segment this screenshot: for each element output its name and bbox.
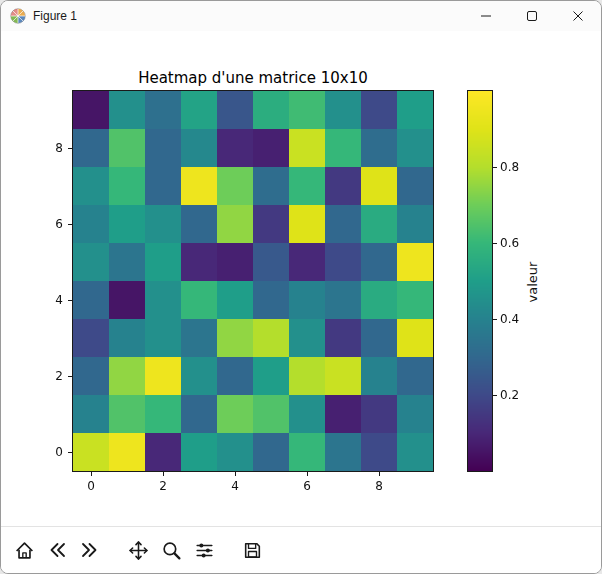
y-tick-mark (68, 376, 72, 377)
zoom-icon (161, 540, 182, 561)
colorbar-tick-label: 0.8 (500, 160, 530, 174)
matplotlib-logo-icon (10, 8, 26, 24)
window-titlebar[interactable]: Figure 1 (1, 1, 601, 31)
pan-icon (128, 540, 149, 561)
plot-title: Heatmap d'une matrice 10x10 (73, 69, 433, 87)
figure-toolbar (1, 526, 601, 573)
figure-window: Figure 1 Heatmap d'une matrice 10x10 val… (0, 0, 602, 574)
y-tick-label: 2 (31, 369, 63, 383)
x-tick-mark (307, 472, 308, 476)
colorbar-tick-label: 0.2 (500, 388, 530, 402)
x-tick-mark (91, 472, 92, 476)
close-icon (573, 11, 583, 21)
colorbar-canvas (468, 91, 492, 471)
y-tick-label: 4 (31, 293, 63, 307)
x-tick-mark (235, 472, 236, 476)
configure-subplots-button[interactable] (189, 535, 219, 565)
x-tick-label: 0 (79, 479, 103, 493)
pan-button[interactable] (123, 535, 153, 565)
maximize-button[interactable] (509, 1, 555, 31)
x-tick-label: 2 (151, 479, 175, 493)
x-tick-mark (163, 472, 164, 476)
y-tick-label: 8 (31, 141, 63, 155)
window-title: Figure 1 (33, 9, 77, 23)
x-tick-label: 6 (295, 479, 319, 493)
colorbar-tick-label: 0.4 (500, 312, 530, 326)
sliders-icon (194, 540, 215, 561)
save-button[interactable] (237, 535, 267, 565)
colorbar-tick-mark (493, 243, 497, 244)
minimize-icon (481, 11, 491, 21)
x-tick-mark (379, 472, 380, 476)
y-tick-label: 6 (31, 217, 63, 231)
y-tick-mark (68, 300, 72, 301)
y-tick-mark (68, 224, 72, 225)
y-tick-label: 0 (31, 445, 63, 459)
y-tick-mark (68, 148, 72, 149)
close-button[interactable] (555, 1, 601, 31)
colorbar-tick-mark (493, 319, 497, 320)
colorbar-tick-mark (493, 167, 497, 168)
forward-button[interactable] (75, 535, 105, 565)
save-icon (242, 540, 263, 561)
zoom-button[interactable] (156, 535, 186, 565)
heatmap-axes (73, 91, 433, 471)
back-icon (47, 540, 67, 560)
maximize-icon (527, 11, 537, 21)
x-tick-label: 4 (223, 479, 247, 493)
home-button[interactable] (9, 535, 39, 565)
colorbar-tick-label: 0.6 (500, 236, 530, 250)
home-icon (14, 540, 35, 561)
minimize-button[interactable] (463, 1, 509, 31)
window-controls (463, 1, 601, 31)
colorbar-tick-mark (493, 395, 497, 396)
figure-canvas-area: Heatmap d'une matrice 10x10 valeur 02468… (1, 31, 601, 526)
heatmap-canvas (73, 91, 433, 471)
forward-icon (80, 540, 100, 560)
colorbar-label: valeur (525, 252, 541, 312)
x-tick-label: 8 (367, 479, 391, 493)
colorbar (468, 91, 492, 471)
back-button[interactable] (42, 535, 72, 565)
y-tick-mark (68, 452, 72, 453)
